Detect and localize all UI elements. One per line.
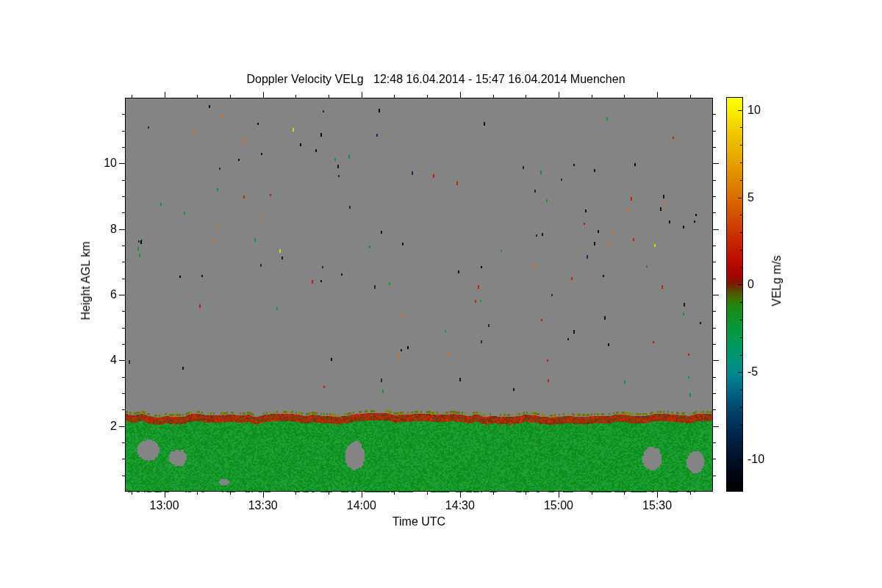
colorbar-tick-label: 0 [747,279,754,290]
x-tick-label: 13:00 [150,500,179,512]
x-tick-label: 13:30 [248,500,278,512]
velocity-heatmap-canvas [0,0,882,588]
x-tick-label: 15:00 [544,500,573,512]
y-tick-label: 4 [110,354,117,366]
colorbar-tick-label: -5 [747,366,758,378]
colorbar-tick-label: -10 [747,453,764,465]
x-tick-label: 14:00 [347,500,376,512]
y-tick-label: 6 [110,289,117,301]
page-title: Doppler Velocity VELg 12:48 16.04.2014 -… [246,74,625,85]
y-tick-label: 10 [104,157,117,169]
colorbar-tick-label: 5 [747,192,754,204]
y-axis-title: Height AGL km [80,241,92,320]
x-axis-title: Time UTC [392,516,445,528]
y-tick-label: 2 [110,420,117,432]
x-tick-label: 15:30 [642,500,672,512]
y-tick-label: 8 [110,223,117,235]
colorbar-title: VELg m/s [771,255,783,306]
colorbar-tick-label: 10 [747,104,761,116]
x-tick-label: 14:30 [445,500,475,512]
figure-page: { "figure": { "title": "Doppler Velocity… [0,0,882,588]
